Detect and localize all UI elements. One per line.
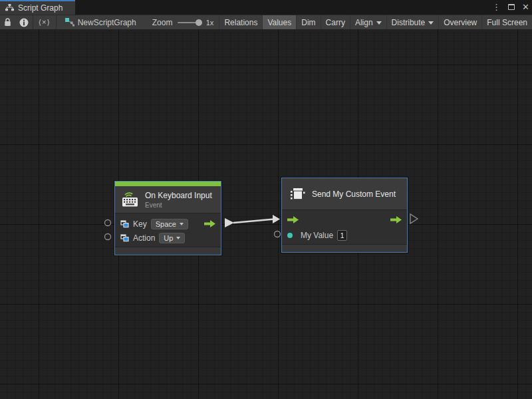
chevron-down-icon (180, 223, 184, 225)
info-icon-button[interactable] (15, 15, 33, 29)
action-dropdown[interactable]: Up (159, 233, 185, 243)
graph-toolbar: ⟨×⟩ NewScriptGraph Zoom 1x Relations (0, 15, 532, 29)
value-input-field[interactable]: 1 (337, 230, 347, 241)
node-title: On Keyboard Input (145, 191, 212, 200)
flow-input-arrow-icon[interactable] (287, 215, 299, 224)
menu-icon[interactable]: ⋮ (492, 0, 501, 15)
lock-icon (4, 18, 11, 27)
custom-event-icon (289, 186, 307, 202)
values-button[interactable]: Values (262, 15, 296, 29)
input-port-action[interactable] (105, 234, 111, 240)
fullscreen-button[interactable]: Full Screen (481, 15, 532, 29)
close-icon[interactable]: ✕ (522, 0, 529, 15)
script-graph-window: Script Graph ⋮ ✕ ⟨×⟩ (0, 0, 532, 399)
zoom-value: 1x (206, 15, 214, 29)
input-port-my-value[interactable] (275, 231, 281, 237)
chevron-down-icon (428, 21, 434, 25)
chevron-down-icon (176, 237, 180, 239)
info-icon (19, 18, 29, 27)
node-title: Send My Custom Event (312, 190, 396, 199)
node-body: Key Space (115, 213, 221, 247)
flow-output-arrow-icon[interactable] (390, 215, 402, 224)
zoom-label: Zoom (152, 15, 173, 29)
chevron-down-icon (376, 21, 382, 25)
value-port-dot-icon[interactable] (287, 233, 293, 238)
port-label: My Value (301, 231, 333, 240)
graph-canvas[interactable]: On Keyboard Input Event Key Spac (0, 29, 532, 399)
input-port-key[interactable] (105, 220, 111, 226)
node-header[interactable]: Send My Custom Event (282, 178, 407, 210)
event-accent-bar (115, 182, 221, 186)
overview-button[interactable]: Overview (438, 15, 481, 29)
zoom-slider[interactable] (178, 15, 201, 29)
flow-connection-wire[interactable] (225, 215, 280, 227)
literal-windows-icon (120, 220, 129, 228)
tab-script-graph[interactable]: Script Graph (0, 0, 75, 15)
node-header[interactable]: On Keyboard Input Event (115, 186, 221, 213)
tab-bar: Script Graph ⋮ ✕ (0, 0, 532, 15)
dim-button[interactable]: Dim (296, 15, 320, 29)
carry-button[interactable]: Carry (321, 15, 350, 29)
toolbar-toggle-buttons: Relations Values Dim Carry Align Distrib… (219, 15, 532, 29)
port-label: Key (133, 219, 147, 229)
node-subtitle: Event (145, 201, 212, 209)
graph-asset-icon (65, 18, 74, 27)
zoom-slider-handle[interactable] (196, 19, 202, 26)
keyboard-icon (122, 192, 140, 207)
node-body: My Value 1 (282, 210, 407, 244)
port-row-action: Action Up (115, 231, 221, 245)
port-row-my-value: My Value 1 (282, 227, 407, 243)
port-label: Action (133, 233, 155, 243)
graph-reference-button[interactable]: NewScriptGraph (65, 15, 136, 29)
code-preview-button[interactable]: ⟨×⟩ (33, 15, 56, 29)
hierarchy-graph-icon (5, 4, 14, 12)
flow-row (282, 212, 407, 227)
key-dropdown[interactable]: Space (151, 219, 188, 229)
window-controls: ⋮ ✕ (492, 0, 529, 15)
align-dropdown-button[interactable]: Align (350, 15, 386, 29)
literal-windows-icon (120, 234, 129, 242)
flow-output-arrow-icon[interactable] (204, 219, 215, 228)
tab-label: Script Graph (18, 3, 63, 13)
node-send-my-custom-event[interactable]: Send My Custom Event (281, 178, 408, 253)
port-row-key: Key Space (115, 217, 221, 231)
maximize-icon[interactable] (508, 0, 515, 15)
output-flow-port-triangle[interactable] (410, 214, 418, 223)
relations-button[interactable]: Relations (219, 15, 262, 29)
lock-icon-button[interactable] (0, 15, 15, 29)
node-footer (115, 247, 221, 255)
node-on-keyboard-input[interactable]: On Keyboard Input Event Key Spac (114, 181, 221, 255)
graph-name-label: NewScriptGraph (78, 18, 136, 27)
node-footer (282, 244, 407, 252)
distribute-dropdown-button[interactable]: Distribute (386, 15, 439, 29)
